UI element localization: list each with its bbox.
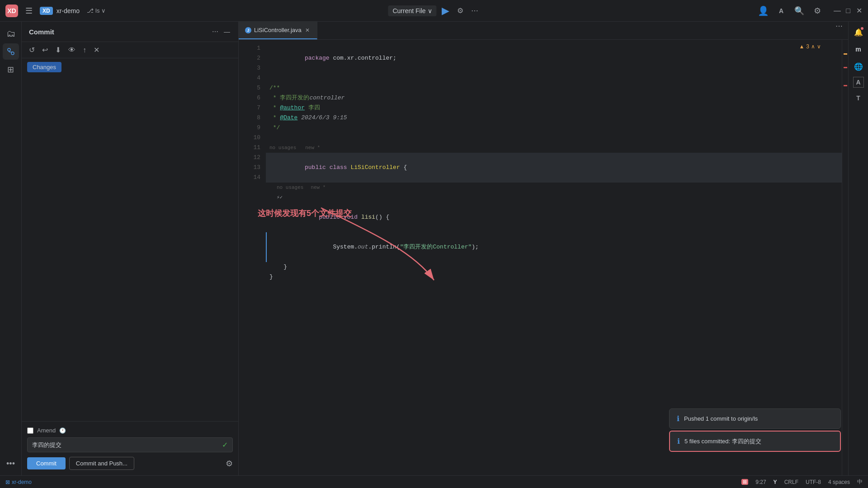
sidebar-item-folder[interactable]: 🗂 [3,25,19,42]
commit-panel-title: Commit [29,28,211,36]
sidebar-item-git[interactable] [3,43,19,60]
amend-row: Amend 🕐 [27,427,233,434]
push-notif-icon: ℹ [677,414,679,423]
download-icon[interactable]: ⬇ [53,45,63,55]
amend-checkbox[interactable] [27,427,33,434]
status-right: ⊠ 9:27 Y CRLF UTF-8 4 spaces 中 [741,478,863,486]
code-line-11: System.out.println("李四开发的Controller"); [266,232,842,262]
maximize-button[interactable]: □ [844,7,852,14]
code-annotation-nousages-1: no usages new * [266,143,842,153]
code-line-1: package com.xr.controller; [266,43,842,73]
debug-button[interactable]: ⚙ [455,5,466,16]
warning-count: 3 [806,43,809,50]
right-sidebar: 🔔 m 🌐 A T [848,22,868,475]
code-line-12: } [266,262,842,272]
amend-clock-icon: 🕐 [59,427,66,434]
text-icon[interactable]: T [852,91,865,105]
run-button[interactable]: ▶ [440,5,451,16]
status-lang-icon[interactable]: 中 [857,478,863,486]
project-name: xr-demo [57,7,80,14]
changes-label: Changes [27,62,61,72]
warning-icon: ▲ [799,43,804,50]
project-badge: XD [40,7,53,15]
branch-area[interactable]: ⎇ ls ∨ [87,7,106,14]
code-line-14 [266,282,842,292]
code-line-8 [266,133,842,143]
branch-chevron: ∨ [101,7,106,14]
warning-collapse[interactable]: ∨ [817,43,821,50]
font-icon[interactable]: A [853,77,864,88]
titlebar-center: Current File ∨ ▶ ⚙ ⋯ [388,5,480,16]
java-file-icon: J [245,27,251,33]
notifications-icon[interactable]: 🔔 [852,25,865,39]
search-icon[interactable]: 🔍 [794,5,805,16]
status-spaces[interactable]: 4 spaces [828,478,850,486]
status-time: 9:27 [755,478,766,486]
hamburger-icon[interactable]: ☰ [22,4,36,18]
code-line-3: /** [266,83,842,93]
sidebar-item-more[interactable]: ••• [3,455,19,472]
amend-label: Amend [37,427,56,434]
line-numbers: 1 2 3 4 5 6 7 8 9 10 11 12 13 14 [239,40,266,475]
notification-dot [861,27,863,30]
bookmarks-icon[interactable]: m [852,42,865,56]
commit-actions: Commit Commit and Push... ⚙ [27,457,233,470]
sidebar-item-plugins[interactable]: ⊞ [3,61,19,78]
minimize-button[interactable]: — [834,7,841,14]
titlebar: XD ☰ XD xr-demo ⎇ ls ∨ Current File ∨ ▶ … [0,0,868,22]
undo-icon[interactable]: ↩ [40,45,50,55]
svg-point-1 [11,52,14,55]
vcs-icon: ⊠ [741,479,748,485]
svg-point-0 [8,48,10,51]
user-icon[interactable]: 👤 [758,5,769,16]
status-encoding[interactable]: UTF-8 [806,478,821,486]
globe-icon[interactable]: 🌐 [852,60,865,73]
titlebar-right: 👤 A 🔍 ⚙ — □ ✕ [758,5,863,16]
activity-bar: 🗂 ⊞ ••• [0,22,22,475]
panel-header-icons: ⋯ — [211,27,231,36]
tab-lisicontroller[interactable]: J LiSiController.java ✕ [239,22,317,39]
commit-settings-button[interactable]: ⚙ [226,459,233,469]
push-notification: ℹ Pushed 1 commit to origin/ls [669,408,841,429]
branch-icon: ⎇ [87,7,94,14]
clear-icon[interactable]: ✕ [92,45,101,55]
panel-minimize-icon[interactable]: — [223,27,231,36]
changes-list [22,76,238,421]
tab-close-icon[interactable]: ✕ [304,27,311,34]
repo-icon: ⊠ [5,479,10,485]
commit-bottom: Amend 🕐 李四的提交 ✓ Commit Commit and Push..… [22,421,238,475]
tab-more-icon[interactable]: ⋯ [830,22,848,39]
eye-icon[interactable]: 👁 [66,45,77,55]
code-line-5: * @author 李四 [266,103,842,113]
tab-label: LiSiController.java [254,27,302,33]
settings-icon[interactable]: ⚙ [812,5,823,16]
commit-panel: Commit ⋯ — ↺ ↩ ⬇ 👁 ↑ ✕ Changes Amend 🕐 [22,22,239,475]
status-line-ending[interactable]: CRLF [784,478,798,486]
code-line-10: public void lisi() { [266,202,842,232]
editor-scrollbar[interactable] [842,40,848,475]
up-icon[interactable]: ↑ [81,45,88,55]
panel-more-icon[interactable]: ⋯ [211,27,219,36]
commit-and-push-button[interactable]: Commit and Push... [69,457,134,470]
warning-expand[interactable]: ∧ [811,43,815,50]
push-notif-text: Pushed 1 commit to origin/ls [684,415,758,422]
code-line-4: * 李四开发的controller [266,93,842,103]
code-line-9: public class LiSiController { [266,153,842,183]
commit-message-row: 李四的提交 ✓ [27,437,233,452]
code-annotation-usages-icon: ⚡✓ [266,192,842,202]
code-line-7: */ [266,123,842,133]
commit-button[interactable]: Commit [27,457,66,469]
commit-notif-text: 5 files committed: 李四的提交 [684,437,761,446]
status-icon-1[interactable]: ⊠ [741,478,748,486]
current-file-button[interactable]: Current File ∨ [388,5,436,16]
status-vcs[interactable]: Y [774,478,777,486]
repo-status[interactable]: ⊠ xr-demo [5,479,32,485]
code-line-13: } [266,272,842,282]
more-options-button[interactable]: ⋯ [469,5,480,16]
branch-name: ls [95,7,99,14]
translate-icon[interactable]: A [776,5,787,16]
scrollbar-marker-2 [844,67,847,68]
window-controls: — □ ✕ [834,7,863,14]
close-button[interactable]: ✕ [855,7,863,14]
refresh-icon[interactable]: ↺ [27,45,37,55]
